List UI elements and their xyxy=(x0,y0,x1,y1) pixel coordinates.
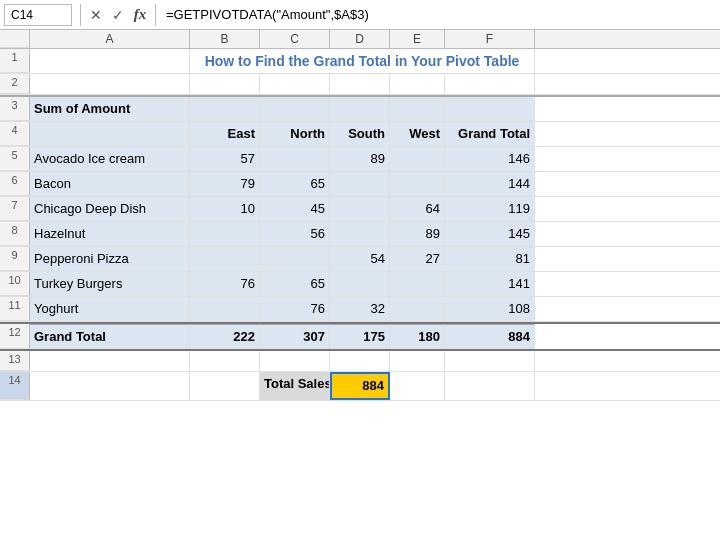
cell-c9[interactable] xyxy=(260,247,330,271)
cell-d12[interactable]: 175 xyxy=(330,324,390,349)
rownum-12: 12 xyxy=(0,324,30,349)
cell-d11[interactable]: 32 xyxy=(330,297,390,321)
cell-c2[interactable] xyxy=(260,74,330,94)
cell-c6[interactable]: 65 xyxy=(260,172,330,196)
cell-c14-label[interactable]: Total Sales xyxy=(260,372,330,400)
cell-d9[interactable]: 54 xyxy=(330,247,390,271)
cell-a12[interactable]: Grand Total xyxy=(30,324,190,349)
cell-f14b[interactable] xyxy=(445,372,535,400)
spreadsheet: A B C D E F 1 How to Find the Grand Tota… xyxy=(0,30,720,401)
cell-e10[interactable] xyxy=(390,272,445,296)
cell-e9[interactable]: 27 xyxy=(390,247,445,271)
col-header-c[interactable]: C xyxy=(260,30,330,48)
cell-f9[interactable]: 81 xyxy=(445,247,535,271)
cell-d2[interactable] xyxy=(330,74,390,94)
col-header-b[interactable]: B xyxy=(190,30,260,48)
cell-a2[interactable] xyxy=(30,74,190,94)
cell-a13[interactable] xyxy=(30,351,190,371)
col-header-a[interactable]: A xyxy=(30,30,190,48)
cell-b6[interactable]: 79 xyxy=(190,172,260,196)
row-10: 10 Turkey Burgers 76 65 141 xyxy=(0,272,720,297)
cell-b9[interactable] xyxy=(190,247,260,271)
confirm-icon[interactable]: ✓ xyxy=(107,4,129,26)
cell-a6[interactable]: Bacon xyxy=(30,172,190,196)
col-header-f[interactable]: F xyxy=(445,30,535,48)
cell-c8[interactable]: 56 xyxy=(260,222,330,246)
cell-b8[interactable] xyxy=(190,222,260,246)
cell-e6[interactable] xyxy=(390,172,445,196)
cell-c10[interactable]: 65 xyxy=(260,272,330,296)
cell-f11[interactable]: 108 xyxy=(445,297,535,321)
cancel-icon[interactable]: ✕ xyxy=(85,4,107,26)
cell-a9[interactable]: Pepperoni Pizza xyxy=(30,247,190,271)
cell-b11[interactable] xyxy=(190,297,260,321)
cell-f14[interactable] xyxy=(445,351,535,371)
cell-a10[interactable]: Turkey Burgers xyxy=(30,272,190,296)
row-6: 6 Bacon 79 65 144 xyxy=(0,172,720,197)
cell-c3[interactable] xyxy=(260,97,330,121)
cell-d7[interactable] xyxy=(330,197,390,221)
cell-e3[interactable] xyxy=(390,97,445,121)
cell-b5[interactable]: 57 xyxy=(190,147,260,171)
cell-e11[interactable] xyxy=(390,297,445,321)
cell-e7[interactable]: 64 xyxy=(390,197,445,221)
cell-c12[interactable]: 307 xyxy=(260,324,330,349)
cell-c5[interactable] xyxy=(260,147,330,171)
cell-b14[interactable] xyxy=(190,372,260,400)
cell-e12[interactable]: 180 xyxy=(390,324,445,349)
cell-e14[interactable] xyxy=(390,372,445,400)
cell-d13[interactable] xyxy=(330,351,390,371)
cell-e2[interactable] xyxy=(390,74,445,94)
corner-cell xyxy=(0,30,30,48)
cell-b10[interactable]: 76 xyxy=(190,272,260,296)
cell-f10[interactable]: 141 xyxy=(445,272,535,296)
cell-d3[interactable] xyxy=(330,97,390,121)
cell-f4[interactable]: Grand Total xyxy=(445,122,535,146)
col-header-d[interactable]: D xyxy=(330,30,390,48)
cell-e13[interactable] xyxy=(390,351,445,371)
cell-d8[interactable] xyxy=(330,222,390,246)
col-header-e[interactable]: E xyxy=(390,30,445,48)
cell-f6[interactable]: 144 xyxy=(445,172,535,196)
row-3: 3 Sum of Amount xyxy=(0,95,720,122)
cell-f7[interactable]: 119 xyxy=(445,197,535,221)
cell-f12[interactable]: 884 xyxy=(445,324,535,349)
cell-a14[interactable] xyxy=(30,372,190,400)
formula-input[interactable] xyxy=(160,7,716,22)
cell-d4[interactable]: South xyxy=(330,122,390,146)
cell-f2[interactable] xyxy=(445,74,535,94)
cell-e8[interactable]: 89 xyxy=(390,222,445,246)
cell-f5[interactable]: 146 xyxy=(445,147,535,171)
cell-a4[interactable] xyxy=(30,122,190,146)
cell-a5[interactable]: Avocado Ice cream xyxy=(30,147,190,171)
cell-a11[interactable]: Yoghurt xyxy=(30,297,190,321)
cell-b7[interactable]: 10 xyxy=(190,197,260,221)
cell-d10[interactable] xyxy=(330,272,390,296)
cell-reference-box[interactable]: C14 xyxy=(4,4,72,26)
cell-b2[interactable] xyxy=(190,74,260,94)
cell-d6[interactable] xyxy=(330,172,390,196)
cell-b1[interactable]: How to Find the Grand Total in Your Pivo… xyxy=(190,49,535,73)
cell-c11[interactable]: 76 xyxy=(260,297,330,321)
cell-a1[interactable] xyxy=(30,49,190,73)
cell-b13[interactable] xyxy=(190,351,260,371)
cell-b3[interactable] xyxy=(190,97,260,121)
formula-bar: C14 ✕ ✓ fx xyxy=(0,0,720,30)
cell-b4[interactable]: East xyxy=(190,122,260,146)
cell-f8[interactable]: 145 xyxy=(445,222,535,246)
cell-a3[interactable]: Sum of Amount xyxy=(30,97,190,121)
rownum-10: 10 xyxy=(0,272,30,296)
cell-b12[interactable]: 222 xyxy=(190,324,260,349)
cell-c13[interactable] xyxy=(260,351,330,371)
cell-e5[interactable] xyxy=(390,147,445,171)
cell-c7[interactable]: 45 xyxy=(260,197,330,221)
rownum-2: 2 xyxy=(0,74,30,94)
cell-a7[interactable]: Chicago Deep Dish xyxy=(30,197,190,221)
cell-f3[interactable] xyxy=(445,97,535,121)
cell-c4[interactable]: North xyxy=(260,122,330,146)
cell-a8[interactable]: Hazelnut xyxy=(30,222,190,246)
cell-d5[interactable]: 89 xyxy=(330,147,390,171)
cell-d14-value[interactable]: 884 xyxy=(330,372,390,400)
row-11: 11 Yoghurt 76 32 108 xyxy=(0,297,720,322)
cell-e4[interactable]: West xyxy=(390,122,445,146)
